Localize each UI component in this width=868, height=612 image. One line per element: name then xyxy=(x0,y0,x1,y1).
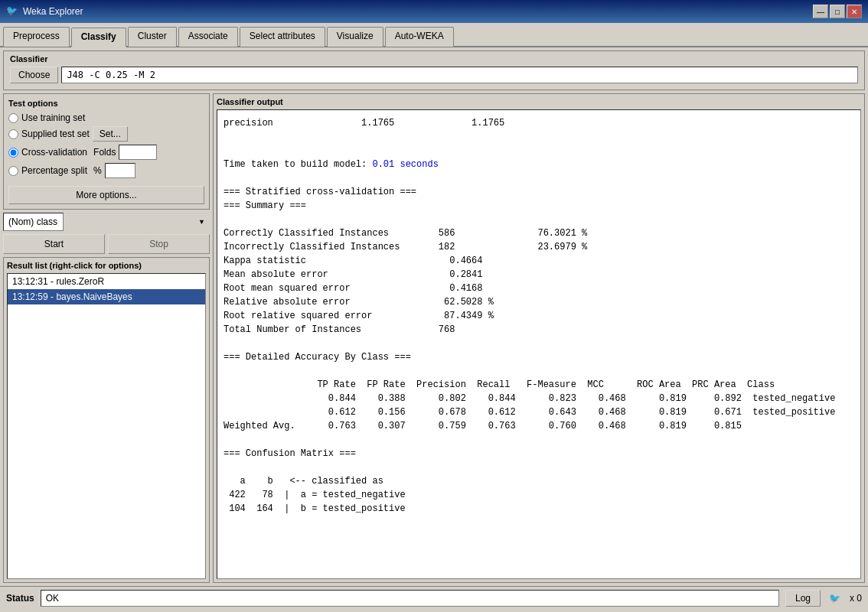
minimize-button[interactable]: — xyxy=(813,5,828,18)
class-dropdown-row: (Nom) class xyxy=(3,213,210,231)
class-select-wrapper: (Nom) class xyxy=(3,213,210,231)
middle-content: Test options Use training set Supplied t… xyxy=(3,93,865,583)
status-text-area: OK xyxy=(41,590,779,607)
weka-status-icon: 🐦 xyxy=(827,590,844,607)
use-training-set-row: Use training set xyxy=(8,112,204,123)
tab-bar: Preprocess Classify Cluster Associate Se… xyxy=(0,23,868,47)
tab-select-attributes[interactable]: Select attributes xyxy=(240,27,325,47)
tab-cluster[interactable]: Cluster xyxy=(128,27,177,47)
classifier-section: Classifier Choose J48 -C 0.25 -M 2 xyxy=(3,50,865,90)
test-options-title: Test options xyxy=(8,99,204,108)
output-text: precision 1.1765 1.1765 Time taken to bu… xyxy=(224,116,854,516)
supplied-test-set-row: Supplied test set Set... xyxy=(8,126,204,142)
app-icon: 🐦 xyxy=(6,5,18,18)
action-buttons: Start Stop xyxy=(3,234,210,254)
percentage-split-label: Percentage split xyxy=(21,165,87,176)
cross-validation-label: Cross-validation xyxy=(21,147,87,158)
tab-visualize[interactable]: Visualize xyxy=(327,27,383,47)
status-title: Status xyxy=(6,593,34,604)
maximize-button[interactable]: □ xyxy=(830,5,845,18)
tab-associate[interactable]: Associate xyxy=(178,27,238,47)
output-area[interactable]: precision 1.1765 1.1765 Time taken to bu… xyxy=(217,109,861,579)
close-button[interactable]: ✕ xyxy=(847,5,862,18)
classifier-value: J48 -C 0.25 -M 2 xyxy=(61,67,858,83)
tab-classify[interactable]: Classify xyxy=(71,28,126,47)
app-title: Weka Explorer xyxy=(23,6,83,17)
tab-auto-weka[interactable]: Auto-WEKA xyxy=(385,27,454,47)
percentage-split-radio[interactable] xyxy=(8,166,18,176)
classifier-title: Classifier xyxy=(10,54,858,63)
x-count: x 0 xyxy=(850,593,862,604)
more-options-button[interactable]: More options... xyxy=(8,186,204,204)
right-panel: Classifier output precision 1.1765 1.176… xyxy=(213,93,865,583)
result-list-section: Result list (right-click for options) 13… xyxy=(3,257,210,583)
stop-button[interactable]: Stop xyxy=(108,234,210,254)
result-list-title: Result list (right-click for options) xyxy=(7,261,206,270)
cross-validation-row: Cross-validation Folds 10 xyxy=(8,145,204,160)
set-button[interactable]: Set... xyxy=(93,126,128,142)
status-text: OK xyxy=(46,593,59,604)
output-title: Classifier output xyxy=(217,97,861,106)
window-controls: — □ ✕ xyxy=(813,5,862,18)
cross-validation-radio[interactable] xyxy=(8,148,18,158)
status-bar: Status OK Log 🐦 x 0 xyxy=(0,586,868,609)
class-select[interactable]: (Nom) class xyxy=(3,213,64,231)
use-training-set-label: Use training set xyxy=(21,112,85,123)
percentage-symbol: % xyxy=(93,165,102,176)
test-options-box: Test options Use training set Supplied t… xyxy=(3,93,210,210)
tab-preprocess[interactable]: Preprocess xyxy=(3,27,70,47)
log-button[interactable]: Log xyxy=(785,590,821,607)
percentage-input[interactable]: 66 xyxy=(105,163,135,178)
left-panel: Test options Use training set Supplied t… xyxy=(3,93,210,583)
use-training-set-radio[interactable] xyxy=(8,113,18,123)
folds-label: Folds xyxy=(93,147,116,158)
result-item-1[interactable]: 13:12:59 - bayes.NaiveBayes xyxy=(8,289,205,304)
choose-button[interactable]: Choose xyxy=(10,67,58,83)
percentage-split-row: Percentage split % 66 xyxy=(8,163,204,178)
title-bar: 🐦 Weka Explorer — □ ✕ xyxy=(0,0,868,23)
start-button[interactable]: Start xyxy=(3,234,105,254)
result-item-0[interactable]: 13:12:31 - rules.ZeroR xyxy=(8,274,205,289)
folds-input[interactable]: 10 xyxy=(119,145,157,160)
result-list: 13:12:31 - rules.ZeroR 13:12:59 - bayes.… xyxy=(7,273,206,579)
main-content: Classifier Choose J48 -C 0.25 -M 2 Test … xyxy=(0,47,868,586)
supplied-test-set-radio[interactable] xyxy=(8,129,18,139)
supplied-test-set-label: Supplied test set xyxy=(21,129,90,139)
